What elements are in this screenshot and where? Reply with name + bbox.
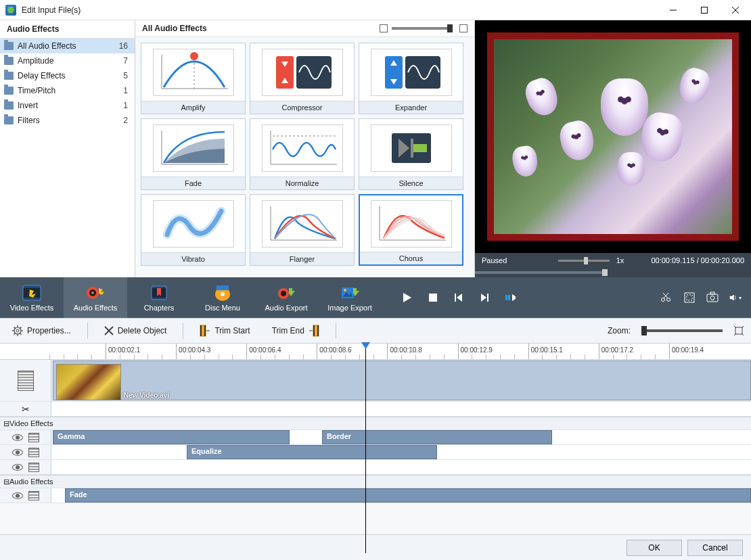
sidebar-item-amplitude[interactable]: Amplitude7 (0, 53, 135, 68)
effect-expander[interactable]: Expander (359, 43, 463, 114)
ruler-tick: 00:00:17.2 (599, 344, 601, 359)
effect-amplify[interactable]: Amplify (141, 43, 246, 114)
close-button[interactable] (720, 0, 751, 20)
video-effects-group-header[interactable]: ⊟Video Effects (0, 417, 751, 430)
svg-rect-30 (23, 285, 41, 288)
fx-clip-equalize[interactable]: Equalize (187, 445, 437, 459)
volume-icon[interactable]: ▾ (729, 291, 742, 304)
tab-disc-menu[interactable]: Disc Menu (191, 277, 254, 318)
cut-track[interactable]: ✂ (0, 402, 751, 417)
sidebar-item-filters[interactable]: Filters2 (0, 113, 135, 128)
sidebar-item-invert[interactable]: Invert1 (0, 98, 135, 113)
tab-audio-export[interactable]: Audio Export (254, 277, 318, 318)
svg-rect-39 (152, 298, 166, 300)
video-track[interactable]: New Video.avi (0, 360, 751, 402)
time-ruler[interactable]: 00:00:02.100:00:04.300:00:06.400:00:08.6… (0, 344, 751, 360)
tab-chapters[interactable]: Chapters (127, 277, 191, 318)
effect-vibrato[interactable]: Vibrato (141, 194, 246, 266)
folder-icon (4, 72, 14, 80)
cut-icon[interactable] (660, 291, 673, 304)
folder-icon (4, 57, 14, 65)
thumbnail-size-slider[interactable] (392, 27, 453, 30)
next-frame-button[interactable] (479, 292, 490, 303)
effect-flanger[interactable]: Flanger (250, 194, 355, 266)
snapshot-icon[interactable] (706, 291, 719, 304)
svg-rect-1 (702, 7, 708, 13)
video-clip-thumbnail[interactable] (56, 364, 121, 400)
effect-fade[interactable]: Fade (141, 118, 246, 190)
sidebar-item-time-pitch[interactable]: Time/Pitch1 (0, 83, 135, 98)
trim-start-icon (200, 325, 210, 337)
clip-label: New Video.avi (124, 392, 169, 399)
tab-video-effects[interactable]: Video Effects (0, 277, 64, 318)
view-single-icon[interactable] (380, 24, 388, 32)
cancel-button[interactable]: Cancel (687, 540, 743, 556)
sidebar-header: Audio Effects (0, 20, 135, 39)
film-icon (18, 371, 34, 391)
effects-header-title: All Audio Effects (142, 24, 207, 33)
scrub-bar[interactable] (475, 268, 751, 277)
audio-effects-group-header[interactable]: ⊟Audio Effects (0, 475, 751, 488)
x-icon (104, 326, 114, 335)
effect-normalize[interactable]: Normalize (250, 118, 355, 190)
audio-fx-track-1[interactable]: Fade (0, 488, 751, 503)
video-fx-track-1[interactable]: Gamma Border (0, 430, 751, 445)
minimize-button[interactable] (658, 0, 689, 20)
svg-point-59 (662, 298, 665, 302)
svg-marker-54 (481, 294, 486, 302)
speed-slider[interactable] (558, 260, 610, 262)
window-title: Edit Input File(s) (22, 5, 658, 15)
svg-line-77 (14, 333, 16, 335)
svg-rect-83 (204, 325, 206, 336)
crop-icon[interactable] (683, 291, 696, 304)
film-icon (28, 433, 39, 442)
sidebar-item-delay-effects[interactable]: Delay Effects5 (0, 68, 135, 83)
svg-line-76 (20, 333, 22, 335)
stop-button[interactable] (428, 292, 438, 303)
effect-silence[interactable]: Silence (359, 118, 463, 190)
sidebar-item-all-audio-effects[interactable]: All Audio Effects16 (0, 39, 135, 53)
svg-point-7 (190, 52, 198, 60)
speed-label: 1x (616, 256, 624, 264)
svg-marker-36 (99, 288, 104, 295)
eye-icon[interactable] (12, 464, 23, 471)
svg-rect-8 (276, 56, 294, 89)
tab-image-export[interactable]: Image Export (318, 277, 382, 318)
fx-clip-fade[interactable]: Fade (65, 488, 751, 503)
svg-rect-23 (413, 144, 427, 152)
svg-rect-31 (23, 298, 41, 300)
play-button[interactable] (402, 292, 413, 303)
svg-point-41 (221, 292, 225, 296)
video-fx-track-3[interactable] (0, 460, 751, 475)
trim-end-button[interactable]: Trim End (267, 322, 325, 340)
maximize-button[interactable] (689, 0, 720, 20)
video-fx-track-2[interactable]: Equalize (0, 445, 751, 460)
film-icon (28, 491, 39, 500)
eye-icon[interactable] (12, 492, 23, 499)
fx-clip-border[interactable]: Border (322, 430, 552, 444)
view-grid-icon[interactable] (459, 24, 468, 32)
prev-frame-button[interactable] (453, 292, 464, 303)
preview-video[interactable] (482, 27, 744, 246)
svg-rect-88 (317, 325, 319, 336)
zoom-slider[interactable] (641, 329, 723, 332)
playhead[interactable] (365, 344, 366, 553)
preview-panel: Paused 1x 00:00:09.115 / 00:00:20.000 (475, 20, 751, 277)
fx-clip-gamma[interactable]: Gamma (53, 430, 290, 444)
zoom-label: Zoom: (608, 326, 631, 335)
svg-point-35 (91, 291, 94, 294)
delete-object-button[interactable]: Delete Object (99, 323, 173, 338)
playback-options-button[interactable] (505, 292, 516, 303)
svg-marker-53 (457, 294, 462, 302)
svg-rect-87 (313, 325, 315, 336)
effect-compressor[interactable]: Compressor (250, 43, 355, 114)
svg-line-78 (20, 327, 22, 329)
ok-button[interactable]: OK (627, 540, 682, 556)
properties-button[interactable]: Properties... (7, 323, 76, 339)
eye-icon[interactable] (12, 449, 23, 456)
fit-zoom-icon[interactable] (733, 325, 744, 336)
tab-audio-effects[interactable]: Audio Effects (64, 277, 127, 318)
trim-start-button[interactable]: Trim Start (194, 322, 255, 340)
effect-chorus[interactable]: Chorus (359, 194, 463, 266)
eye-icon[interactable] (12, 434, 23, 441)
